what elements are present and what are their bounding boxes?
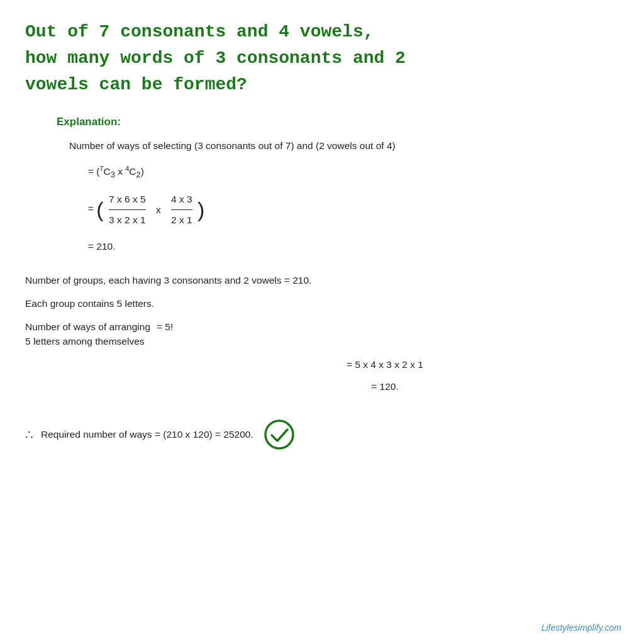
contains-text: Each group contains 5 letters.: [25, 296, 619, 312]
arranging-block: Number of ways of arranging5 letters amo…: [25, 319, 619, 349]
question-line1: Out of 7 consonants and 4 vowels,: [25, 19, 619, 45]
eq4-block: = 120.: [151, 379, 619, 395]
eq3-text: = 5 x 4 x 3 x 2 x 1: [347, 359, 423, 370]
fraction2: 4 x 3 2 x 1: [171, 191, 192, 229]
subscript-3: 3: [111, 170, 115, 179]
superscript-4: 4: [125, 165, 129, 172]
right-paren: ): [197, 198, 204, 222]
fraction-equals: =: [88, 204, 96, 214]
eq1-block: = (7C3 x 4C2): [88, 163, 619, 182]
superscript-7: 7: [100, 165, 104, 172]
question-line3: vowels can be formed?: [25, 72, 619, 98]
therefore-symbol: ∴: [25, 427, 33, 442]
subscript-2: 2: [136, 170, 141, 179]
checkmark-icon: [264, 419, 295, 450]
question-line2: how many words of 3 consonants and 2: [25, 45, 619, 72]
therefore-text: Required number of ways = (210 x 120) = …: [41, 429, 253, 440]
eq2-block: = 210.: [88, 238, 619, 255]
fraction1-num: 7 x 6 x 5: [109, 191, 146, 210]
explanation-label: Explanation:: [57, 116, 619, 128]
fraction-block: = ( 7 x 6 x 5 3 x 2 x 1 x 4 x 3 2 x 1 ): [88, 191, 619, 229]
fraction2-num: 4 x 3: [171, 191, 192, 210]
eq2-text: = 210.: [88, 241, 116, 252]
left-paren: (: [96, 198, 103, 222]
therefore-section: ∴ Required number of ways = (210 x 120) …: [25, 419, 619, 450]
groups-text: Number of groups, each having 3 consonan…: [25, 273, 619, 289]
selecting-text: Number of ways of selecting (3 consonant…: [69, 138, 619, 154]
eq1-equals: = (: [88, 166, 100, 177]
times-symbol: x: [156, 204, 161, 215]
watermark: Lifestylesimplify.com: [541, 623, 621, 633]
fraction1-den: 3 x 2 x 1: [109, 210, 146, 229]
svg-point-0: [265, 421, 293, 448]
fraction1: 7 x 6 x 5 3 x 2 x 1: [109, 191, 146, 229]
arranging-right-text: = 5!: [157, 319, 173, 334]
eq4-text: = 120.: [371, 381, 399, 392]
eq3-block: = 5 x 4 x 3 x 2 x 1: [151, 357, 619, 373]
question-block: Out of 7 consonants and 4 vowels, how ma…: [25, 19, 619, 98]
arranging-left-text: Number of ways of arranging5 letters amo…: [25, 319, 150, 349]
fraction2-den: 2 x 1: [171, 210, 192, 229]
